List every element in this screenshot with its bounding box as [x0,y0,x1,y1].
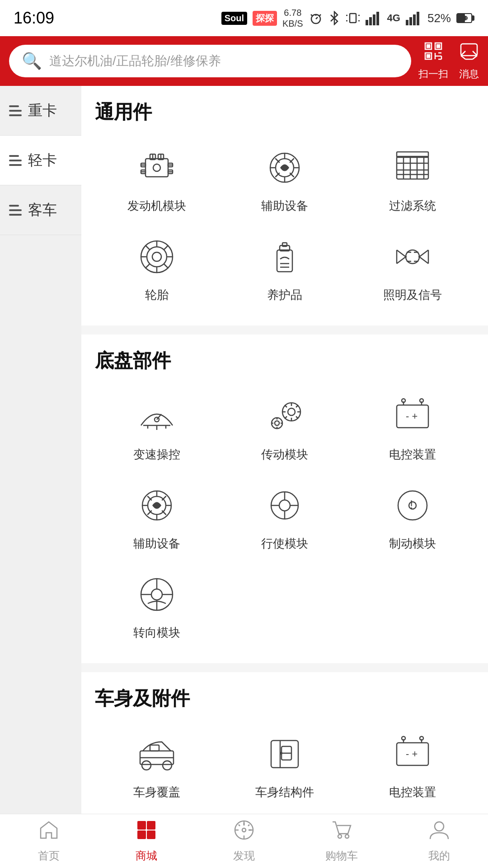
svg-line-89 [419,250,428,257]
item-transmission-control[interactable]: 变速操控 [95,387,218,467]
item-auxiliary-equip2[interactable]: 辅助设备 [95,476,218,556]
svg-text:-  +: - + [406,748,418,760]
message-button[interactable]: 消息 [459,41,479,81]
item-body-structure[interactable]: 车身结构件 [223,725,346,805]
item-engine-module[interactable]: 发动机模块 [95,138,218,218]
nav-item-cart[interactable]: 购物车 [293,819,390,863]
auxiliary-equip2-label: 辅助设备 [133,536,180,552]
svg-rect-17 [417,12,419,25]
auxiliary-equipment-icon [260,143,310,193]
care-products-icon [260,232,310,282]
sidebar-item-light-truck[interactable]: 轻卡 [0,136,81,185]
svg-rect-15 [409,17,412,25]
svg-line-110 [296,405,298,407]
message-icon [459,41,479,66]
nav-item-mine[interactable]: 我的 [390,819,488,863]
body-cover-label: 车身覆盖 [133,784,180,800]
svg-point-122 [420,399,423,402]
svg-line-193 [239,825,240,826]
item-auxiliary-equipment[interactable]: 辅助设备 [223,138,346,218]
item-care-products[interactable]: 养护品 [223,227,346,307]
battery-icon [456,12,474,24]
nav-label-home: 首页 [38,849,60,863]
svg-point-69 [147,247,167,267]
brake-module-icon: ! [388,481,437,530]
nav-item-shop[interactable]: 商城 [98,819,195,863]
sidebar-label-light-truck: 轻卡 [28,151,57,170]
section-title-general: 通用件 [95,99,474,125]
svg-point-146 [142,761,151,770]
nav-label-cart: 购物车 [325,849,358,863]
general-parts-grid: 发动机模块 [95,138,474,307]
header: 🔍 道达尔机油/正品轮胎/维修保养 扫一扫 [0,36,488,86]
item-electric-ctrl2[interactable]: - + 电控装置 [351,725,474,805]
svg-point-147 [163,761,172,770]
menu-lines-icon [9,105,22,116]
search-bar[interactable]: 🔍 道达尔机油/正品轮胎/维修保养 [9,45,411,77]
nav-item-home[interactable]: 首页 [0,819,98,863]
signal2-icon [406,11,422,25]
care-products-label: 养护品 [267,287,302,303]
scan-icon [423,41,443,66]
svg-point-103 [288,408,295,415]
transmission-control-label: 变速操控 [133,447,180,462]
transmission-control-icon [132,392,182,441]
svg-rect-79 [277,250,292,272]
scan-button[interactable]: 扫一扫 [418,41,448,81]
item-drive-module[interactable]: 传动模块 [223,387,346,467]
bottom-nav: 首页 商城 [0,814,488,868]
engine-module-icon [132,143,182,193]
header-actions: 扫一扫 消息 [418,41,479,81]
svg-point-113 [275,421,279,425]
item-filter-system[interactable]: 过滤系统 [351,138,474,218]
bluetooth-icon [328,11,340,25]
section-general-parts: 通用件 [95,99,474,307]
item-electric-control[interactable]: - + 电控装置 [351,387,474,467]
sidebar-label-bus: 客车 [28,200,57,220]
item-brake-module[interactable]: ! 制动模块 [351,476,474,556]
item-drive-module2[interactable]: 行使模块 [223,476,346,556]
item-steering-module[interactable]: 转向模块 [95,565,218,645]
alarm-icon [309,11,323,25]
svg-point-153 [280,752,282,755]
svg-point-196 [435,822,444,831]
svg-point-70 [152,252,161,261]
message-label: 消息 [459,67,479,81]
svg-line-77 [164,245,168,250]
lighting-icon [388,232,437,282]
svg-line-109 [296,416,298,419]
drive-module2-icon [260,481,310,530]
svg-line-191 [248,825,249,826]
section-title-body: 车身及附件 [95,686,474,711]
status-time: 16:09 [14,9,54,28]
section-chassis-parts: 底盘部件 变速操控 [95,348,474,645]
svg-line-76 [164,264,168,268]
nav-item-discover[interactable]: 发现 [195,819,293,863]
svg-rect-39 [145,159,168,177]
steering-module-icon [132,570,182,619]
item-body-cover[interactable]: 车身覆盖 [95,725,218,805]
lighting-label: 照明及信号 [383,287,442,303]
section-divider-1 [81,326,488,335]
svg-rect-148 [150,745,159,751]
svg-rect-180 [137,821,146,830]
svg-line-86 [397,257,406,264]
chassis-parts-grid: 变速操控 [95,387,474,645]
svg-line-75 [145,245,150,250]
soul-app-icon: Soul [221,12,247,25]
svg-rect-13 [376,12,379,25]
sidebar-item-bus[interactable]: 客车 [0,185,81,235]
body-structure-icon [260,729,310,779]
svg-rect-182 [137,830,146,839]
nav-label-mine: 我的 [428,849,450,863]
svg-rect-27 [427,45,430,47]
mine-icon [428,819,450,846]
item-lighting[interactable]: 照明及信号 [351,227,474,307]
battery-percent: 52% [427,11,451,25]
filter-system-icon [388,143,437,193]
cart-icon [331,819,352,846]
electric-ctrl2-label: 电控装置 [389,784,436,800]
svg-point-157 [402,736,405,740]
item-tires[interactable]: 轮胎 [95,227,218,307]
sidebar-item-heavy-truck[interactable]: 重卡 [0,86,81,136]
